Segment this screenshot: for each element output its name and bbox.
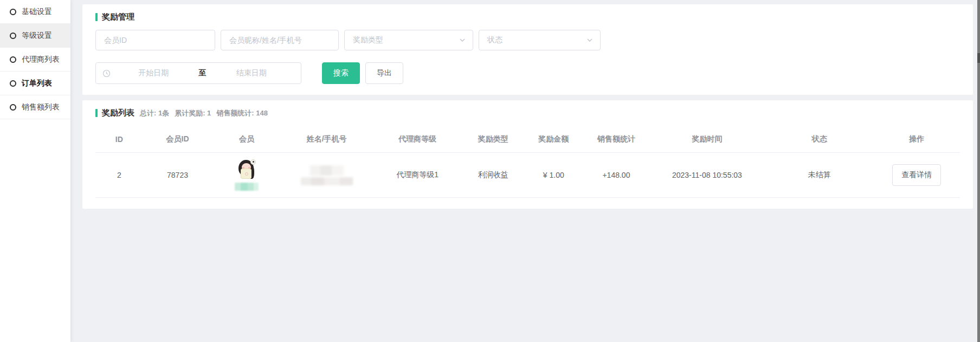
sidebar-item-level-settings[interactable]: 等级设置 (0, 24, 70, 48)
sidebar-item-label: 订单列表 (22, 79, 52, 88)
export-button[interactable]: 导出 (365, 62, 403, 84)
sidebar-item-label: 等级设置 (22, 31, 52, 41)
col-header-status: 状态 (765, 126, 873, 153)
list-summary: 总计: 1条 累计奖励: 1 销售额统计: 148 (140, 108, 268, 118)
member-name-input[interactable] (221, 30, 339, 50)
green-bar-icon (95, 13, 98, 21)
reward-type-select[interactable]: 奖励类型 (344, 30, 473, 50)
cell-reward-amount: ¥ 1.00 (523, 153, 584, 198)
name-blurred (310, 165, 344, 176)
radio-circle-icon (10, 56, 16, 63)
nickname-blurred (235, 183, 259, 191)
sidebar-item-sales-list[interactable]: 销售额列表 (0, 95, 70, 119)
cell-action: 查看详情 (873, 153, 960, 198)
radio-circle-icon (10, 9, 16, 15)
sidebar: 基础设置 等级设置 代理商列表 订单列表 销售额列表 (0, 0, 70, 342)
table-header-row: ID 会员ID 会员 姓名/手机号 代理商等级 奖励类型 奖励金额 销售额统计 … (95, 126, 960, 153)
radio-circle-icon (10, 33, 16, 39)
list-section-title: 奖励列表 总计: 1条 累计奖励: 1 销售额统计: 148 (95, 108, 960, 118)
sidebar-item-agent-list[interactable]: 代理商列表 (0, 48, 70, 72)
col-header-member: 会员 (212, 126, 281, 153)
cell-sales-total: +148.00 (584, 153, 649, 198)
cell-member (212, 153, 281, 198)
sidebar-item-label: 代理商列表 (22, 55, 60, 64)
sidebar-item-order-list[interactable]: 订单列表 (0, 72, 70, 95)
date-range-input[interactable]: 开始日期 至 结束日期 (95, 62, 301, 84)
table-row: 2 78723 (95, 153, 960, 198)
cell-status: 未结算 (765, 153, 873, 198)
main-content: 奖励管理 奖励类型 状态 (70, 0, 980, 342)
chevron-down-icon (586, 36, 594, 44)
search-button[interactable]: 搜索 (322, 62, 360, 84)
cell-name-phone (281, 153, 372, 198)
col-header-agent-level: 代理商等级 (372, 126, 462, 153)
sidebar-item-label: 销售额列表 (22, 102, 60, 112)
member-id-input[interactable] (95, 30, 215, 50)
list-title: 奖励列表 (102, 108, 134, 118)
col-header-sales-total: 销售额统计 (584, 126, 649, 153)
radio-circle-icon (10, 80, 16, 87)
app-root: 基础设置 等级设置 代理商列表 订单列表 销售额列表 奖励管理 (0, 0, 980, 342)
cell-reward-type: 利润收益 (463, 153, 524, 198)
chevron-down-icon (459, 36, 466, 44)
col-header-reward-amount: 奖励金额 (523, 126, 584, 153)
scrollbar-thumb[interactable] (977, 53, 980, 63)
cell-id: 2 (95, 153, 143, 198)
status-select[interactable]: 状态 (479, 30, 601, 50)
reward-type-select-placeholder: 奖励类型 (353, 35, 383, 45)
reward-time-text: 2023-11-08 10:55:03 (666, 170, 747, 180)
summary-reward: 累计奖励: 1 (175, 108, 211, 118)
date-start-placeholder[interactable]: 开始日期 (111, 68, 197, 78)
status-text: 未结算 (808, 170, 831, 179)
date-end-placeholder[interactable]: 结束日期 (209, 68, 295, 78)
radio-circle-icon (10, 104, 16, 111)
col-header-name-phone: 姓名/手机号 (281, 126, 372, 153)
clock-icon (102, 69, 111, 78)
sidebar-item-basic-settings[interactable]: 基础设置 (0, 0, 70, 24)
cell-reward-time: 2023-11-08 10:55:03 (649, 153, 765, 198)
filter-section-title: 奖励管理 (95, 12, 960, 22)
sidebar-item-label: 基础设置 (22, 7, 52, 17)
green-bar-icon (95, 109, 98, 117)
reward-table: ID 会员ID 会员 姓名/手机号 代理商等级 奖励类型 奖励金额 销售额统计 … (95, 126, 960, 198)
col-header-member-id: 会员ID (143, 126, 212, 153)
col-header-id: ID (95, 126, 143, 153)
col-header-reward-type: 奖励类型 (463, 126, 524, 153)
col-header-action: 操作 (873, 126, 960, 153)
cell-agent-level: 代理商等级1 (372, 153, 462, 198)
summary-total: 总计: 1条 (140, 108, 169, 118)
filter-row-date: 开始日期 至 结束日期 搜索 导出 (95, 62, 960, 84)
filter-row-inputs: 奖励类型 状态 (95, 30, 960, 50)
status-select-placeholder: 状态 (487, 35, 502, 45)
view-details-button[interactable]: 查看详情 (892, 164, 941, 186)
col-header-reward-time: 奖励时间 (649, 126, 765, 153)
scrollbar[interactable] (977, 0, 980, 342)
avatar (236, 159, 257, 181)
reward-filter-card: 奖励管理 奖励类型 状态 (82, 4, 973, 95)
page-title: 奖励管理 (102, 12, 134, 22)
reward-list-card: 奖励列表 总计: 1条 累计奖励: 1 销售额统计: 148 ID (82, 100, 973, 209)
summary-sales: 销售额统计: 148 (216, 108, 268, 118)
cell-member-id: 78723 (143, 153, 212, 198)
date-separator-label: 至 (197, 68, 209, 78)
phone-blurred (301, 177, 353, 185)
